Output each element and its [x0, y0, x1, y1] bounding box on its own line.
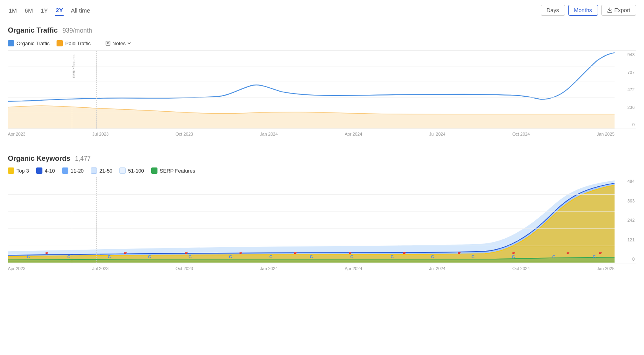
notes-label: Notes [112, 40, 126, 46]
filter-1y[interactable]: 1Y [40, 6, 49, 15]
x-label-jul24: Jul 2024 [429, 132, 446, 136]
kw-x-label-oct24: Oct 2024 [512, 266, 530, 271]
keywords-legend: Top 3 4-10 11-20 21-50 51-100 SERP Featu… [8, 167, 636, 174]
traffic-chart-grid [8, 51, 615, 129]
serp-label: SERP Features [160, 168, 195, 174]
google-g-icon: G [27, 255, 30, 259]
time-filters: 1M 6M 1Y 2Y All time [8, 5, 91, 16]
google-g-icon: G [431, 255, 434, 259]
x-label-jan25: Jan 2025 [597, 132, 615, 136]
top-bar: 1M 6M 1Y 2Y All time Days Months Export [0, 0, 644, 19]
kw-x-label-apr23: Apr 2023 [8, 266, 26, 271]
keywords-y-axis: 484 363 242 121 0 [615, 177, 636, 263]
keywords-x-axis: Apr 2023 Jul 2023 Oct 2023 Jan 2024 Apr … [8, 265, 615, 271]
kw-y-label-242: 242 [615, 218, 636, 223]
legend-top3[interactable]: Top 3 [8, 167, 29, 174]
legend-21-50[interactable]: 21-50 [91, 167, 112, 174]
y-label-236: 236 [615, 105, 636, 110]
flag-icon [45, 252, 49, 258]
kw-x-label-jul24: Jul 2024 [429, 266, 446, 271]
google-g-icon: G [593, 255, 596, 259]
paid-label: Paid Traffic [65, 40, 91, 46]
kw-y-label-484: 484 [615, 179, 636, 184]
legend-51-100[interactable]: 51-100 [119, 167, 144, 174]
legend-4-10[interactable]: 4-10 [36, 167, 55, 174]
export-icon [607, 7, 613, 13]
flag-icon [123, 252, 127, 258]
top3-label: Top 3 [16, 168, 29, 174]
21-50-checkbox [91, 167, 97, 174]
flag-icon [293, 252, 297, 258]
google-icons-row: G G G G G G G G G G G G G G G [8, 255, 615, 259]
kw-y-label-0: 0 [615, 257, 636, 261]
flag-icon [348, 252, 352, 258]
4-10-checkbox [36, 167, 42, 174]
y-label-943: 943 [615, 52, 636, 57]
x-label-oct23: Oct 2023 [176, 132, 193, 136]
google-g-icon: G [553, 255, 556, 259]
organic-label: Organic Traffic [16, 40, 49, 46]
organic-keywords-value: 1,477 [75, 155, 91, 162]
flag-icon [239, 252, 243, 258]
kw-y-label-363: 363 [615, 199, 636, 203]
y-label-472: 472 [615, 87, 636, 92]
y-label-0: 0 [615, 122, 636, 127]
flag-icon [457, 252, 461, 258]
x-label-apr23: Apr 2023 [8, 132, 26, 136]
google-g-icon: G [391, 255, 394, 259]
kw-y-label-121: 121 [615, 237, 636, 242]
flag-icon [566, 252, 570, 258]
x-label-apr24: Apr 2024 [345, 132, 362, 136]
google-g-icon: G [67, 255, 70, 259]
traffic-legend: Organic Traffic Paid Traffic Notes [8, 39, 636, 47]
filter-alltime[interactable]: All time [70, 6, 91, 15]
serp-annotation: SERP features [72, 55, 76, 78]
google-g-icon: G [188, 255, 192, 259]
legend-divider [98, 39, 98, 47]
x-label-jan24: Jan 2024 [260, 132, 278, 136]
x-label-oct24: Oct 2024 [512, 132, 530, 136]
organic-keywords-title: Organic Keywords [8, 155, 70, 162]
traffic-y-axis: 943 707 472 236 0 [615, 50, 636, 129]
google-g-icon: G [108, 255, 111, 259]
organic-traffic-title: Organic Traffic [8, 26, 58, 34]
filter-6m[interactable]: 6M [24, 6, 34, 15]
svg-rect-0 [106, 41, 110, 46]
traffic-x-axis: Apr 2023 Jul 2023 Oct 2023 Jan 2024 Apr … [8, 131, 615, 136]
11-20-label: 11-20 [71, 168, 84, 174]
flag-icon [402, 252, 406, 258]
export-button[interactable]: Export [601, 5, 636, 16]
flag-icon [598, 252, 602, 258]
organic-keywords-section: Organic Keywords 1,477 Top 3 4-10 11-20 … [0, 147, 644, 271]
google-g-icon: G [310, 255, 313, 259]
google-g-icon: G [472, 255, 475, 259]
kw-x-label-jan25: Jan 2025 [597, 266, 615, 271]
organic-checkbox [8, 40, 14, 46]
51-100-label: 51-100 [128, 168, 144, 174]
filter-2y[interactable]: 2Y [55, 5, 64, 16]
filter-1m[interactable]: 1M [8, 6, 18, 15]
21-50-label: 21-50 [99, 168, 112, 174]
kw-x-label-oct23: Oct 2023 [176, 266, 193, 271]
legend-organic[interactable]: Organic Traffic [8, 40, 49, 46]
chevron-down-icon [127, 41, 131, 45]
days-button[interactable]: Days [541, 5, 565, 16]
flag-icon [512, 252, 516, 258]
notes-icon [105, 40, 111, 46]
legend-paid[interactable]: Paid Traffic [57, 40, 91, 46]
right-controls: Days Months Export [541, 5, 636, 16]
11-20-checkbox [62, 167, 68, 174]
kw-x-label-apr24: Apr 2024 [345, 266, 362, 271]
kw-x-label-jan24: Jan 2024 [260, 266, 278, 271]
google-g-icon: G [269, 255, 273, 259]
google-g-icon: G [148, 255, 151, 259]
4-10-label: 4-10 [45, 168, 55, 174]
months-button[interactable]: Months [568, 5, 598, 16]
legend-serp[interactable]: SERP Features [151, 167, 195, 174]
serp-checkbox [151, 167, 157, 174]
paid-checkbox [57, 40, 63, 46]
top3-checkbox [8, 167, 14, 174]
legend-11-20[interactable]: 11-20 [62, 167, 84, 174]
google-g-icon: G [229, 255, 232, 259]
notes-button[interactable]: Notes [105, 40, 131, 46]
